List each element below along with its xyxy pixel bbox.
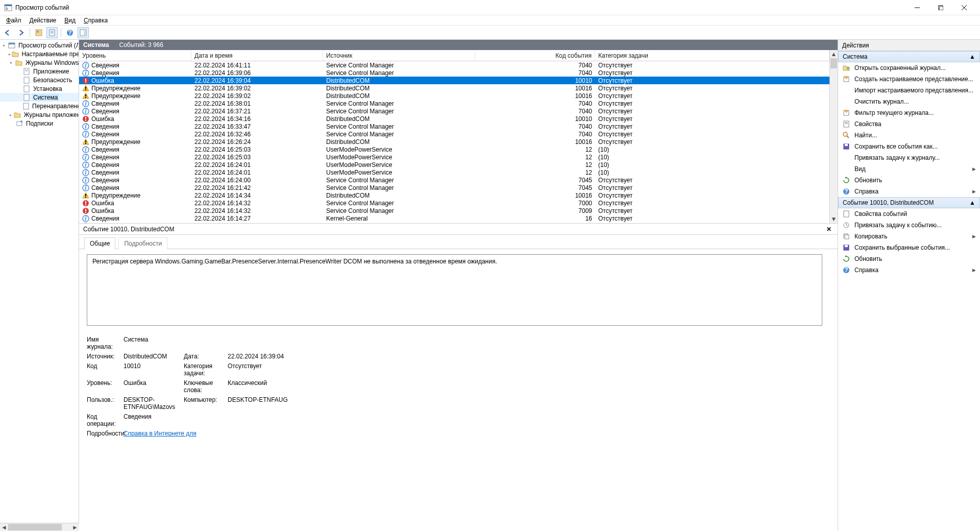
help-button[interactable]: ? [64, 27, 76, 38]
toolbar-separator [61, 28, 61, 37]
tree-app-services[interactable]: ▸ Журналы приложений и служб [0, 110, 79, 119]
table-row[interactable]: Ошибка22.02.2024 16:39:04DistributedCOM1… [79, 77, 829, 84]
action-item[interactable]: Импорт настраиваемого представления... [838, 85, 980, 96]
collapse-icon[interactable]: ▲ [969, 199, 975, 206]
details-close-button[interactable]: ✕ [824, 226, 834, 233]
action-item[interactable]: Фильтр текущего журнала... [838, 107, 980, 118]
grid-vscrollbar[interactable]: ▲▼ [829, 50, 838, 223]
table-row[interactable]: iСведения22.02.2024 16:21:42Service Cont… [79, 184, 829, 191]
actions-pane-button[interactable] [78, 27, 89, 38]
col-source[interactable]: Источник [323, 50, 475, 61]
action-icon: ? [842, 266, 850, 274]
action-item[interactable]: Копировать▶ [838, 231, 980, 242]
titlebar: Просмотр событий [0, 0, 980, 15]
table-row[interactable]: iСведения22.02.2024 16:24:01UserModePowe… [79, 161, 829, 168]
expand-icon[interactable]: ▾ [1, 42, 7, 48]
action-item[interactable]: Обновить [838, 253, 980, 264]
table-row[interactable]: Ошибка22.02.2024 16:14:32Service Control… [79, 207, 829, 214]
back-button[interactable] [2, 27, 13, 38]
menu-view[interactable]: Вид [60, 16, 80, 25]
action-item[interactable]: Обновить [838, 175, 980, 186]
expand-icon[interactable]: ▸ [8, 51, 11, 57]
tab-general[interactable]: Общие [84, 237, 115, 249]
action-item[interactable]: Очистить журнал... [838, 96, 980, 107]
log-icon [22, 102, 30, 110]
table-row[interactable]: iСведения22.02.2024 16:25:03UserModePowe… [79, 146, 829, 153]
action-icon [842, 98, 850, 106]
action-item[interactable]: Привязать задачу к событию... [838, 220, 980, 231]
tree-subscriptions[interactable]: Подписки [0, 119, 79, 128]
tree-view[interactable]: ▾ Просмотр событий (Локальный) ▸ Настраи… [0, 40, 79, 531]
table-row[interactable]: iСведения22.02.2024 16:38:01Service Cont… [79, 100, 829, 107]
action-item[interactable]: Свойства событий [838, 208, 980, 220]
table-row[interactable]: iСведения22.02.2024 16:41:11Service Cont… [79, 61, 829, 69]
tree-setup[interactable]: Установка [0, 84, 79, 93]
svg-rect-79 [844, 121, 849, 127]
properties-button[interactable] [46, 27, 58, 38]
table-row[interactable]: Предупреждение22.02.2024 16:26:24Distrib… [79, 138, 829, 146]
action-icon [842, 255, 850, 263]
action-item[interactable]: Вид▶ [838, 163, 980, 175]
action-item[interactable]: Привязать задачу к журналу... [838, 152, 980, 163]
show-tree-button[interactable] [33, 27, 44, 38]
chevron-right-icon: ▶ [972, 268, 976, 273]
close-button[interactable] [952, 0, 976, 15]
action-icon [842, 244, 850, 252]
table-row[interactable]: iСведения22.02.2024 16:32:46Service Cont… [79, 130, 829, 138]
action-item[interactable]: ?Справка▶ [838, 186, 980, 197]
col-taskcat[interactable]: Категория задачи [595, 50, 829, 61]
tree-security[interactable]: Безопасность [0, 76, 79, 84]
svg-text:?: ? [68, 29, 71, 36]
tree-system[interactable]: Система [0, 93, 79, 102]
expand-icon[interactable]: ▸ [8, 112, 13, 117]
table-row[interactable]: iСведения22.02.2024 16:14:27Kernel-Gener… [79, 214, 829, 222]
tree-custom-views[interactable]: ▸ Настраиваемые представления [0, 50, 79, 58]
svg-point-30 [20, 120, 22, 123]
actions-pane: Действия Система ▲ Открыть сохраненный ж… [838, 40, 980, 531]
tree-forwarded[interactable]: Перенаправленные события [0, 102, 79, 110]
action-item[interactable]: Создать настраиваемое представление... [838, 74, 980, 85]
table-row[interactable]: iСведения22.02.2024 16:25:03UserModePowe… [79, 153, 829, 161]
tree-application[interactable]: Приложение [0, 67, 79, 76]
table-row[interactable]: Ошибка22.02.2024 16:14:32Service Control… [79, 199, 829, 207]
log-icon [22, 85, 31, 93]
svg-rect-12 [50, 30, 55, 36]
col-eventid[interactable]: Код события [475, 50, 595, 61]
minimize-button[interactable] [905, 0, 929, 15]
svg-rect-68 [85, 197, 86, 198]
event-grid: Уровень Дата и время Источник Код событи… [79, 50, 838, 224]
table-row[interactable]: Ошибка22.02.2024 16:34:16DistributedCOM1… [79, 115, 829, 123]
maximize-button[interactable] [929, 0, 952, 15]
table-row[interactable]: iСведения22.02.2024 16:12:12Kernel-Gener… [79, 222, 829, 223]
action-item[interactable]: Сохранить выбранные события... [838, 242, 980, 253]
table-row[interactable]: iСведения22.02.2024 16:24:01UserModePowe… [79, 168, 829, 176]
menu-help[interactable]: Справка [80, 16, 112, 25]
svg-rect-37 [85, 82, 86, 83]
table-row[interactable]: iСведения22.02.2024 16:37:21Service Cont… [79, 107, 829, 115]
collapse-icon[interactable]: ▲ [969, 53, 975, 60]
table-row[interactable]: Предупреждение22.02.2024 16:39:02Distrib… [79, 84, 829, 92]
table-row[interactable]: iСведения22.02.2024 16:33:47Service Cont… [79, 123, 829, 130]
action-item[interactable]: Сохранить все события как... [838, 141, 980, 152]
tree-root[interactable]: ▾ Просмотр событий (Локальный) [0, 41, 79, 50]
tree-windows-logs[interactable]: ▾ Журналы Windows [0, 58, 79, 67]
table-row[interactable]: iСведения22.02.2024 16:39:06Service Cont… [79, 69, 829, 77]
action-item[interactable]: ?Справка▶ [838, 264, 980, 276]
svg-rect-74 [85, 212, 86, 213]
center-count: Событий: 3 966 [119, 41, 163, 49]
table-row[interactable]: iСведения22.02.2024 16:24:00Service Cont… [79, 176, 829, 184]
table-row[interactable]: Предупреждение22.02.2024 16:39:02Distrib… [79, 92, 829, 100]
menu-file[interactable]: Файл [2, 16, 26, 25]
action-item[interactable]: Открыть сохраненный журнал... [838, 62, 980, 74]
forward-button[interactable] [15, 27, 27, 38]
menu-action[interactable]: Действие [26, 16, 61, 25]
action-item[interactable]: Свойства [838, 118, 980, 130]
tree-hscrollbar[interactable]: ◄► [0, 523, 79, 531]
col-datetime[interactable]: Дата и время [191, 50, 323, 61]
action-item[interactable]: Найти... [838, 130, 980, 141]
table-row[interactable]: Предупреждение22.02.2024 16:14:34Distrib… [79, 191, 829, 199]
col-level[interactable]: Уровень [79, 50, 191, 61]
collapse-icon[interactable]: ▾ [8, 60, 14, 65]
tab-details[interactable]: Подробности [118, 237, 167, 249]
help-link[interactable]: Справка в Интернете для [124, 430, 197, 437]
